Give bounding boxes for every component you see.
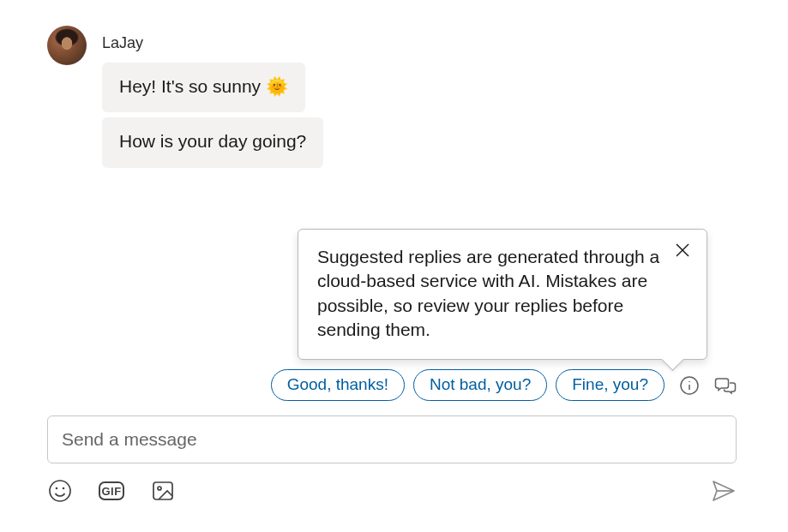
suggested-replies-row: Good, thanks! Not bad, you? Fine, you? — [47, 369, 737, 401]
tooltip-text: Suggested replies are generated through … — [317, 247, 659, 339]
send-button[interactable] — [711, 478, 737, 504]
suggested-replies-info-tooltip: Suggested replies are generated through … — [298, 229, 707, 360]
message-input[interactable] — [60, 428, 724, 451]
info-button[interactable] — [678, 374, 701, 397]
copilot-button[interactable] — [714, 374, 737, 397]
send-icon — [711, 478, 737, 504]
svg-point-5 — [50, 481, 70, 501]
image-button[interactable] — [150, 478, 176, 504]
suggested-reply-button[interactable]: Fine, you? — [556, 369, 665, 401]
message-column: LaJay Hey! It's so sunny 🌞 How is your d… — [102, 26, 323, 168]
close-button[interactable] — [671, 238, 695, 262]
chat-container: LaJay Hey! It's so sunny 🌞 How is your d… — [0, 0, 788, 532]
message-bubble: How is your day going? — [102, 117, 323, 167]
tooltip-tail — [661, 348, 684, 371]
message-bubble: Hey! It's so sunny 🌞 — [102, 63, 305, 112]
svg-point-9 — [158, 487, 161, 490]
avatar[interactable] — [47, 26, 87, 65]
svg-point-6 — [56, 487, 58, 490]
chat-copilot-icon — [714, 374, 737, 397]
svg-point-4 — [689, 380, 690, 382]
gif-button[interactable]: GIF — [99, 478, 124, 504]
sender-name: LaJay — [102, 34, 323, 52]
emoji-icon — [48, 479, 72, 503]
suggested-reply-button[interactable]: Not bad, you? — [413, 369, 547, 401]
gif-icon: GIF — [99, 481, 124, 500]
message-bubbles: Hey! It's so sunny 🌞 How is your day goi… — [102, 63, 323, 168]
emoji-button[interactable] — [47, 478, 73, 504]
svg-point-7 — [63, 487, 65, 490]
incoming-message-group: LaJay Hey! It's so sunny 🌞 How is your d… — [47, 26, 741, 168]
close-icon — [675, 242, 690, 258]
message-input-container[interactable] — [47, 415, 737, 463]
info-icon — [679, 375, 700, 396]
suggested-reply-button[interactable]: Good, thanks! — [271, 369, 405, 401]
compose-toolbar: GIF — [47, 478, 737, 504]
svg-rect-8 — [153, 482, 172, 499]
image-icon — [151, 479, 175, 503]
